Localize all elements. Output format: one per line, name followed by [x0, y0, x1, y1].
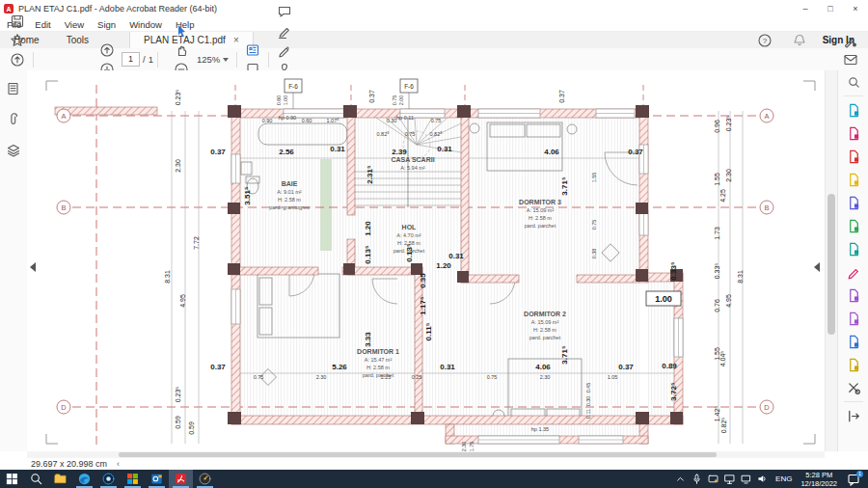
fill-sign-tool-icon[interactable]	[838, 260, 868, 284]
svg-text:1.17⁵: 1.17⁵	[419, 296, 427, 315]
left-pane-collapse-arrow[interactable]	[30, 262, 36, 272]
share-pen-icon[interactable]	[839, 31, 862, 50]
comment-tool-icon[interactable]	[838, 168, 868, 191]
date-label: 12/18/2022	[800, 479, 837, 488]
file-explorer[interactable]	[48, 470, 72, 488]
horizontal-scrollbar-thumb[interactable]	[119, 452, 717, 457]
svg-text:0.96: 0.96	[714, 120, 720, 133]
taskbar-search[interactable]	[24, 470, 48, 488]
menu-item-sign[interactable]: Sign	[91, 19, 122, 30]
clock[interactable]: 5:28 PM 12/18/2022	[797, 471, 841, 488]
gauge-app[interactable]	[193, 470, 217, 488]
combine-files-tool-icon[interactable]	[838, 191, 868, 214]
hand-tool-icon[interactable]	[170, 41, 193, 60]
chevron-up-icon[interactable]	[672, 470, 689, 488]
highlight-icon[interactable]	[273, 21, 296, 41]
svg-text:DORMITOR 1: DORMITOR 1	[357, 348, 399, 355]
svg-text:0.33⁵: 0.33⁵	[669, 261, 678, 281]
page-thumbnails-icon[interactable]	[0, 76, 27, 101]
minimize-button[interactable]: –	[793, 0, 818, 17]
svg-text:A: 5.94 m²: A: 5.94 m²	[400, 165, 425, 171]
edit-pdf-tool-icon[interactable]	[838, 122, 868, 145]
search-tool-icon[interactable]	[838, 70, 868, 94]
scroll-left-arrow[interactable]: ‹	[117, 459, 120, 469]
document-canvas[interactable]: F-6F-62.560.312.390.314.060.370.370.375.…	[27, 70, 825, 451]
organize-pages-tool-icon[interactable]	[838, 214, 868, 237]
edge-browser[interactable]	[72, 470, 96, 488]
action-center-button[interactable]: 1	[843, 470, 864, 488]
sign-pen-icon[interactable]	[273, 41, 296, 60]
language-indicator[interactable]: ENG	[773, 474, 795, 483]
mail-icon[interactable]	[839, 50, 862, 69]
save-icon[interactable]	[6, 12, 29, 31]
menu-item-edit[interactable]: Edit	[28, 19, 57, 30]
svg-text:1.00: 1.00	[655, 294, 672, 304]
right-pane-collapse-arrow[interactable]	[814, 262, 820, 272]
svg-text:hp 1.35: hp 1.35	[531, 426, 549, 432]
svg-text:0.31: 0.31	[448, 252, 464, 260]
page-separator: /	[143, 54, 146, 65]
tab-bar: Home Tools PLAN ETAJ C1.pdf × ? Sign In	[0, 32, 868, 48]
office-hub[interactable]	[121, 470, 145, 488]
svg-text:A: A	[764, 112, 769, 121]
svg-text:B: B	[764, 203, 769, 212]
network-icon[interactable]	[721, 470, 738, 488]
vertical-scrollbar-thumb[interactable]	[827, 194, 835, 335]
scan-ocr-tool-icon[interactable]	[838, 237, 868, 260]
select-tool-icon[interactable]	[170, 21, 193, 41]
share-icon[interactable]	[6, 50, 29, 69]
page-total: 1	[149, 54, 153, 65]
outlook[interactable]	[145, 470, 169, 488]
vertical-scrollbar[interactable]	[825, 70, 838, 451]
svg-text:pard. granitogres: pard. granitogres	[269, 204, 310, 210]
volume-icon[interactable]	[754, 470, 771, 488]
svg-text:H: 2.58 m: H: 2.58 m	[278, 197, 301, 203]
protect-tool-icon[interactable]	[838, 353, 868, 376]
svg-text:0.31: 0.31	[330, 145, 345, 153]
mic-icon[interactable]	[689, 470, 705, 488]
svg-text:0.59: 0.59	[188, 421, 195, 435]
send-track-tool-icon[interactable]	[838, 307, 868, 330]
floor-plan-drawing: F-6F-62.560.312.390.314.060.370.370.375.…	[27, 70, 825, 451]
page-number-input[interactable]: 1	[122, 52, 140, 67]
blue-circle-app[interactable]	[96, 470, 121, 488]
svg-text:0.37: 0.37	[618, 363, 634, 371]
request-signatures-tool-icon[interactable]	[838, 284, 868, 307]
start-button[interactable]	[0, 470, 24, 488]
svg-text:hp 0.90: hp 0.90	[279, 115, 296, 121]
bell-icon[interactable]	[788, 31, 811, 50]
monitor-icon[interactable]	[738, 470, 754, 488]
svg-text:B: B	[61, 203, 66, 212]
taskbar: ENG 5:28 PM 12/18/2022 1	[0, 470, 868, 488]
tab-close-icon[interactable]: ×	[233, 35, 239, 45]
page-up-icon[interactable]	[95, 41, 119, 60]
zoom-level[interactable]: 125%	[197, 54, 220, 65]
menu-bar: FileEditViewSignWindowHelp	[0, 17, 868, 32]
comment-icon[interactable]	[273, 2, 296, 21]
zoom-caret-icon[interactable]	[223, 58, 229, 62]
page-view-icon[interactable]	[241, 41, 264, 60]
help-icon[interactable]: ?	[753, 31, 776, 50]
menu-item-window[interactable]: Window	[122, 19, 169, 30]
maximize-button[interactable]: □	[818, 0, 843, 17]
svg-text:2.56: 2.56	[279, 148, 294, 156]
open-tools-pane-icon[interactable]	[838, 404, 868, 427]
layers-icon[interactable]	[0, 138, 27, 163]
left-nav-panel	[0, 70, 28, 451]
certificates-tool-icon[interactable]	[838, 330, 868, 353]
attachments-icon[interactable]	[0, 107, 27, 132]
acrobat-reader[interactable]	[169, 470, 193, 488]
svg-text:0.60: 0.60	[302, 118, 312, 123]
svg-text:1.55: 1.55	[714, 173, 720, 186]
svg-text:0.38: 0.38	[591, 249, 597, 259]
horizontal-scrollbar[interactable]	[27, 451, 825, 458]
svg-text:1.75: 1.75	[469, 442, 475, 451]
svg-text:pard. parchet: pard. parchet	[529, 335, 561, 340]
export-pdf-tool-icon[interactable]	[838, 98, 868, 122]
customize-tool-icon[interactable]	[838, 376, 868, 399]
menu-item-view[interactable]: View	[58, 19, 91, 30]
create-pdf-tool-icon[interactable]	[838, 145, 868, 168]
meet-now-icon[interactable]	[705, 470, 721, 488]
close-button[interactable]: ×	[843, 0, 868, 17]
star-icon[interactable]	[6, 31, 29, 50]
